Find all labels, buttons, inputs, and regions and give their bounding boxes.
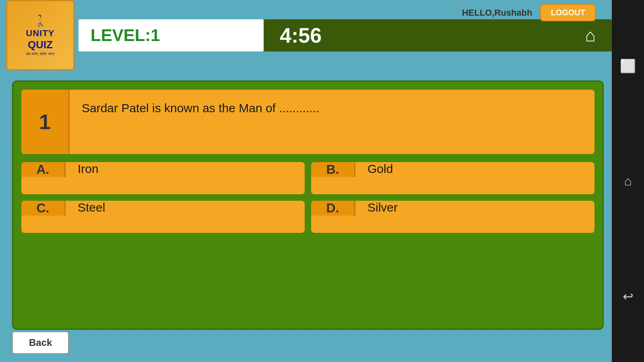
user-bar: HELLO,Rushabh LOGOUT [462, 4, 596, 21]
level-label: LEVEL:1 [91, 26, 160, 45]
right-sidebar: ⬜ ⌂ ↩ [612, 0, 644, 362]
answer-a[interactable]: A. Iron [21, 162, 305, 194]
hello-text: HELLO,Rushabh [462, 8, 533, 18]
logo-person-icon: 🚶 [33, 14, 47, 27]
answer-c-letter: C. [21, 201, 66, 216]
answer-d-text: Silver [355, 201, 594, 214]
answer-b-text: Gold [355, 162, 594, 176]
answer-a-text: Iron [66, 162, 305, 176]
logout-button[interactable]: LOGOUT [540, 4, 596, 21]
window-icon[interactable]: ⬜ [620, 58, 636, 74]
answer-b-letter: B. [311, 162, 355, 177]
back-button[interactable]: Back [12, 331, 69, 354]
answer-a-letter: A. [21, 162, 66, 177]
answer-b[interactable]: B. Gold [311, 162, 594, 194]
home-icon[interactable]: ⌂ [585, 25, 596, 45]
question-number: 1 [21, 90, 70, 154]
home-sidebar-icon[interactable]: ⌂ [624, 174, 632, 189]
timer-display: 4:56 [280, 23, 322, 47]
answers-grid: A. Iron B. Gold C. Steel D. Silver [21, 162, 594, 233]
question-box: 1 Sardar Patel is known as the Man of ..… [21, 90, 594, 154]
level-bar: LEVEL:1 [78, 19, 264, 51]
quiz-container: 1 Sardar Patel is known as the Man of ..… [12, 80, 604, 330]
logo-unity-text: UNITY [26, 28, 55, 39]
logo-quiz-text: QUIZ [28, 39, 53, 51]
back-sidebar-icon[interactable]: ↩ [623, 289, 634, 304]
logo-subtitle: एक भारत, श्रेष्ठ भारत [26, 52, 54, 56]
answer-d-letter: D. [311, 201, 355, 216]
question-text: Sardar Patel is known as the Man of ....… [70, 90, 331, 154]
answer-c[interactable]: C. Steel [21, 201, 305, 233]
answer-d[interactable]: D. Silver [311, 201, 594, 233]
logo: 🚶 UNITY QUIZ एक भारत, श्रेष्ठ भारत [6, 0, 74, 70]
timer-bar: 4:56 ⌂ [264, 19, 612, 51]
answer-c-text: Steel [66, 201, 305, 214]
